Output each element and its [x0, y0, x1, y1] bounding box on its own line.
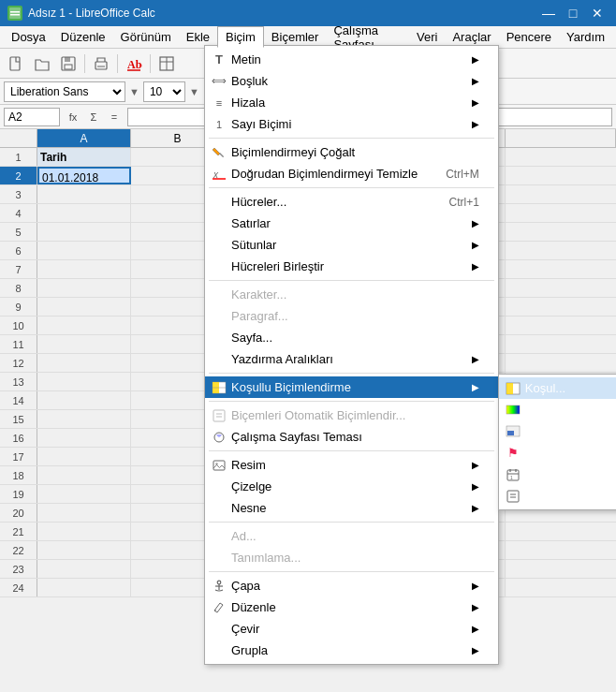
- simge-icon: ⚑: [505, 445, 521, 462]
- arrow-icon: ▶: [453, 240, 479, 250]
- submenu-item-yonet[interactable]: Yönet...: [499, 485, 616, 507]
- submenu-item-kosul[interactable]: Koşul...: [499, 377, 616, 399]
- menu-item-hucreler[interactable]: Hücreler... Ctrl+1: [205, 191, 498, 213]
- menu-item-yazdirama[interactable]: Yazdırma Aralıkları ▶: [205, 348, 498, 370]
- separator-8: [209, 571, 494, 572]
- svg-rect-1: [10, 11, 20, 13]
- cell-A1[interactable]: Tarih: [37, 148, 131, 166]
- svg-point-45: [217, 581, 221, 584]
- yonet-icon: [505, 488, 521, 505]
- arrow-icon: ▶: [453, 503, 479, 513]
- menu-item-cogalt[interactable]: Biçimlendirmeyi Çoğalt: [205, 141, 498, 163]
- new-button[interactable]: [4, 52, 28, 76]
- formula-bar-icons: fx Σ =: [64, 108, 124, 126]
- cell-A3[interactable]: [37, 185, 131, 203]
- save-button[interactable]: [56, 52, 81, 76]
- arrow-icon: ▶: [453, 97, 479, 108]
- col-header-rest: [506, 129, 616, 147]
- menu-item-temizle[interactable]: x Doğrudan Biçimlendirmeyi Temizle Ctrl+…: [205, 163, 498, 184]
- function-wizard-icon[interactable]: fx: [64, 108, 82, 126]
- font-size-select[interactable]: 10: [143, 81, 185, 102]
- svg-rect-30: [507, 431, 514, 435]
- font-name-select[interactable]: Liberation Sans: [4, 81, 125, 102]
- menu-item-metin[interactable]: T Metin ▶: [205, 49, 498, 70]
- minimize-button[interactable]: —: [537, 4, 560, 22]
- menu-item-capa[interactable]: Çapa ▶: [205, 575, 498, 596]
- menu-dosya[interactable]: Dosya: [4, 26, 53, 48]
- svg-rect-43: [213, 461, 225, 470]
- separator-1: [209, 138, 494, 139]
- menu-item-hizala[interactable]: ≡ Hizala ▶: [205, 92, 498, 113]
- format-table-button[interactable]: [154, 52, 179, 76]
- separator-7: [209, 522, 494, 523]
- menu-item-birlestir[interactable]: Hücreleri Birleştir ▶: [205, 256, 498, 277]
- hizala-icon: ≡: [211, 95, 227, 111]
- submenu-item-veri[interactable]: Veri Çubuğu...: [499, 420, 616, 442]
- submenu-item-renk[interactable]: Renk Skalası...: [499, 399, 616, 420]
- menu-item-duzenle[interactable]: Düzenle ▶: [205, 596, 498, 618]
- arrow-icon: ▶: [453, 261, 479, 272]
- cell-A2[interactable]: 01.01.2018: [37, 167, 131, 184]
- maximize-button[interactable]: □: [562, 4, 584, 22]
- menu-item-tema[interactable]: Çalışma Sayfası Teması: [205, 426, 498, 448]
- col-header-A[interactable]: A: [37, 129, 131, 147]
- menu-item-kosullu[interactable]: Koşullu Biçimlendirme ▶ Koşul... Renk Sk…: [205, 376, 498, 398]
- menu-item-bosluk[interactable]: ⟺ Boşluk ▶: [205, 70, 498, 92]
- menu-item-cevir[interactable]: Çevir ▶: [205, 618, 498, 640]
- menu-item-sayi-bicimi[interactable]: 1 Sayı Biçimi ▶: [205, 113, 498, 135]
- menu-gorunum[interactable]: Görünüm: [113, 26, 179, 48]
- toolbar-separator-1: [84, 54, 85, 73]
- submenu-item-tarih[interactable]: 1 Tarih...: [499, 464, 616, 485]
- separator-5: [209, 401, 494, 402]
- row-num-1[interactable]: 1: [0, 148, 37, 166]
- svg-rect-0: [9, 7, 21, 19]
- row-num-2[interactable]: 2: [0, 167, 37, 184]
- menu-bicim[interactable]: Biçim: [217, 26, 264, 48]
- svg-rect-39: [213, 410, 225, 421]
- svg-rect-31: [507, 470, 519, 480]
- title-bar: Adsız 1 - LibreOffice Calc — □ ✕: [0, 0, 616, 26]
- open-button[interactable]: [30, 52, 54, 76]
- menu-duzenle[interactable]: Düzenle: [53, 26, 113, 48]
- submenu-item-simge[interactable]: ⚑ Simge Seti...: [499, 442, 616, 464]
- arrow-icon: ▶: [453, 581, 479, 591]
- kosullu-submenu: Koşul... Renk Skalası... Veri Çubuğu... …: [498, 374, 616, 510]
- menu-item-nesne[interactable]: Nesne ▶: [205, 497, 498, 519]
- svg-rect-2: [10, 14, 20, 16]
- svg-rect-8: [97, 66, 105, 67]
- menu-item-sayfa[interactable]: Sayfa...: [205, 327, 498, 348]
- arrow-icon: ▶: [453, 645, 479, 655]
- menu-item-grupla[interactable]: Grupla ▶: [205, 640, 498, 661]
- arrow-icon: ▶: [453, 481, 479, 492]
- print-button[interactable]: [89, 52, 113, 76]
- arrow-icon: ▶: [453, 76, 479, 86]
- equals-icon[interactable]: =: [105, 108, 124, 126]
- window-controls: — □ ✕: [537, 4, 609, 22]
- menu-pencere[interactable]: Pencere: [499, 26, 559, 48]
- row-num-3[interactable]: 3: [0, 185, 37, 203]
- arrow-icon: ▶: [453, 54, 479, 65]
- menu-item-sutunlar[interactable]: Sütunlar ▶: [205, 234, 498, 256]
- size-dropdown-arrow: ▼: [189, 86, 199, 97]
- arrow-icon: ▶: [453, 218, 479, 228]
- clear-icon: x: [211, 166, 227, 183]
- sayi-icon: 1: [211, 116, 227, 133]
- separator-4: [209, 373, 494, 374]
- menu-item-resim[interactable]: Resim ▶: [205, 454, 498, 476]
- kosullu-icon: [211, 379, 227, 396]
- font-dropdown-arrow: ▼: [129, 86, 139, 97]
- menu-yardim[interactable]: Yardım: [559, 26, 612, 48]
- renk-icon: [505, 402, 521, 419]
- menu-item-satirlar[interactable]: Satırlar ▶: [205, 213, 498, 234]
- close-button[interactable]: ✕: [586, 4, 609, 22]
- brush-icon: [211, 144, 227, 161]
- svg-rect-5: [65, 57, 70, 62]
- separator-3: [209, 280, 494, 281]
- row-num-4[interactable]: 4: [0, 204, 37, 222]
- shortcut-label: Ctrl+1: [421, 196, 479, 209]
- capa-icon: [211, 578, 227, 595]
- menu-item-cizelge[interactable]: Çizelge ▶: [205, 476, 498, 497]
- cell-reference-input[interactable]: [4, 108, 60, 126]
- sum-icon[interactable]: Σ: [84, 108, 103, 126]
- spellcheck-button[interactable]: Abc: [122, 52, 146, 76]
